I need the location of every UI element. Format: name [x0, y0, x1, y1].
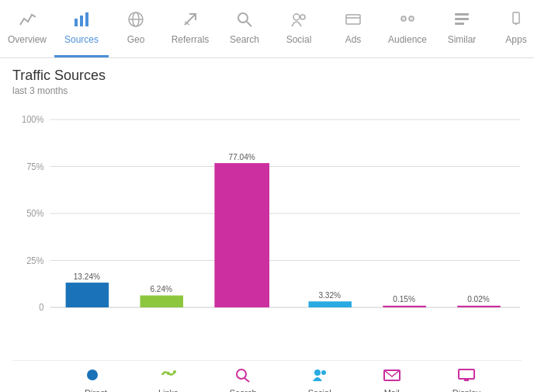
legend-social: Social — [308, 367, 331, 392]
tab-social-label: Social — [286, 34, 312, 45]
tab-similar[interactable]: Similar — [435, 0, 489, 57]
tab-sources[interactable]: Sources — [54, 0, 109, 57]
tab-social[interactable]: Social — [272, 0, 326, 57]
svg-text:25%: 25% — [26, 255, 43, 265]
svg-text:6.24%: 6.24% — [150, 284, 172, 294]
bar-direct — [66, 283, 109, 307]
svg-rect-47 — [459, 369, 474, 379]
page-content: Traffic Sources last 3 months 100% 75% 5… — [0, 58, 534, 392]
audience-icon — [399, 11, 416, 31]
bar-links — [140, 296, 184, 307]
svg-rect-20 — [455, 23, 464, 25]
svg-text:0.02%: 0.02% — [467, 294, 490, 304]
legend-social-label: Social — [308, 388, 331, 392]
svg-point-40 — [167, 372, 170, 375]
svg-text:0: 0 — [39, 302, 43, 313]
bar-social — [308, 301, 352, 307]
svg-text:13.24%: 13.24% — [74, 271, 100, 281]
svg-text:100%: 100% — [22, 114, 43, 125]
display-legend-icon — [457, 367, 476, 387]
legend-direct: Direct — [85, 367, 107, 392]
similar-icon — [453, 11, 470, 31]
svg-text:3.32%: 3.32% — [318, 290, 341, 300]
page-title: Traffic Sources — [12, 68, 522, 84]
legend-links: Links — [158, 367, 179, 392]
svg-point-45 — [321, 370, 326, 375]
tab-similar-label: Similar — [448, 34, 477, 45]
links-legend-icon — [159, 367, 178, 387]
tab-geo[interactable]: Geo — [109, 0, 163, 57]
search-icon — [236, 11, 253, 31]
traffic-chart: 100% 75% 50% 25% 0 13.24% 6.24% 77.04% — [12, 102, 522, 359]
svg-point-41 — [173, 370, 176, 373]
svg-rect-0 — [75, 19, 78, 26]
tab-ads[interactable]: Ads — [326, 0, 380, 57]
top-navigation: Overview Sources Geo Referrals Search So… — [0, 0, 534, 58]
legend-display: Display — [453, 367, 480, 392]
tab-apps-label: Apps — [505, 34, 526, 45]
legend-direct-label: Direct — [85, 388, 107, 392]
tab-geo-label: Geo — [127, 34, 145, 45]
bar-display — [457, 306, 501, 307]
svg-point-44 — [314, 369, 321, 376]
tab-sources-label: Sources — [64, 34, 99, 45]
tab-referrals[interactable]: Referrals — [163, 0, 217, 57]
overview-icon — [19, 11, 36, 31]
svg-point-8 — [238, 13, 248, 23]
legend-search: Search — [230, 367, 257, 392]
page-subtitle: last 3 months — [12, 85, 522, 96]
legend-links-label: Links — [158, 388, 179, 392]
legend-mail-label: Mail — [384, 388, 400, 392]
svg-point-42 — [237, 369, 246, 379]
tab-overview-label: Overview — [8, 34, 47, 45]
bar-search — [214, 163, 269, 307]
svg-text:50%: 50% — [26, 208, 43, 219]
sources-icon — [73, 11, 90, 31]
tab-referrals-label: Referrals — [172, 34, 210, 45]
legend-mail: Mail — [383, 367, 401, 392]
svg-rect-18 — [455, 13, 469, 16]
tab-audience[interactable]: Audience — [380, 0, 435, 57]
referrals-icon — [182, 11, 199, 31]
svg-rect-21 — [513, 12, 519, 23]
bar-mail — [383, 306, 426, 307]
apps-icon — [508, 11, 525, 31]
social-icon — [290, 11, 307, 31]
chart-legend: Direct Links Search Social Mail — [12, 360, 522, 392]
svg-rect-12 — [346, 15, 360, 24]
svg-text:77.04%: 77.04% — [229, 151, 255, 161]
svg-rect-16 — [401, 17, 406, 20]
svg-point-11 — [300, 15, 305, 19]
geo-icon — [127, 11, 144, 31]
tab-apps[interactable]: Apps — [489, 0, 534, 57]
svg-point-10 — [293, 14, 300, 20]
tab-search[interactable]: Search — [217, 0, 272, 57]
svg-text:75%: 75% — [26, 161, 43, 172]
svg-rect-2 — [85, 12, 88, 26]
svg-rect-17 — [409, 17, 414, 20]
legend-search-label: Search — [230, 388, 257, 392]
direct-legend-icon — [86, 367, 105, 387]
mail-legend-icon — [383, 367, 401, 387]
ads-icon — [345, 11, 362, 31]
svg-line-43 — [244, 378, 249, 382]
tab-ads-label: Ads — [345, 34, 362, 45]
bar-chart-svg: 100% 75% 50% 25% 0 13.24% 6.24% 77.04% — [12, 102, 522, 359]
tab-overview[interactable]: Overview — [0, 0, 54, 57]
search-legend-icon — [234, 367, 252, 387]
svg-rect-1 — [80, 16, 83, 26]
tab-audience-label: Audience — [388, 34, 427, 45]
svg-rect-19 — [455, 18, 469, 20]
svg-text:0.15%: 0.15% — [393, 294, 415, 304]
svg-line-9 — [247, 22, 251, 26]
tab-search-label: Search — [230, 34, 259, 45]
social-legend-icon — [310, 367, 329, 387]
legend-display-label: Display — [453, 388, 480, 392]
